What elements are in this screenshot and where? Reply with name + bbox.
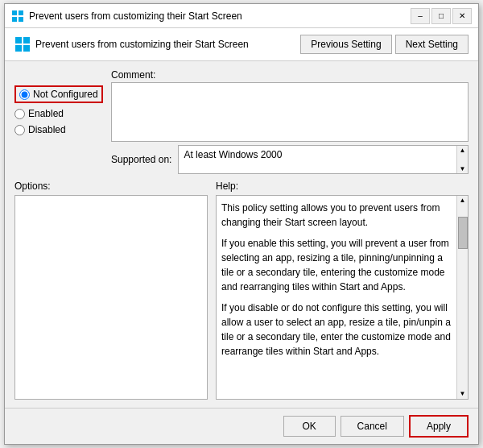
scroll-down-arrow[interactable]: ▼ (459, 164, 467, 173)
title-text: Prevent users from customizing their Sta… (29, 10, 242, 22)
not-configured-radio[interactable] (19, 89, 30, 100)
help-scroll-down[interactable]: ▼ (460, 389, 466, 399)
comment-textarea[interactable] (111, 82, 469, 142)
svg-rect-0 (12, 10, 17, 15)
help-paragraph-1: This policy setting allows you to preven… (221, 201, 452, 230)
help-scrollbar: ▲ ▼ (456, 196, 468, 399)
not-configured-option[interactable]: Not Configured (14, 85, 103, 103)
svg-rect-3 (19, 17, 23, 22)
help-paragraph-3: If you disable or do not configure this … (221, 301, 452, 359)
ok-button[interactable]: OK (283, 416, 336, 437)
top-section: Not Configured Enabled Disabled Comment: (14, 69, 469, 174)
supported-value: At least Windows 2000 (184, 149, 453, 160)
main-window: Prevent users from customizing their Sta… (4, 3, 479, 445)
options-box (14, 195, 208, 400)
comment-section: Comment: (111, 69, 469, 142)
supported-box: At least Windows 2000 ▲ ▼ (178, 145, 469, 174)
not-configured-label: Not Configured (33, 89, 98, 100)
scroll-up-arrow[interactable]: ▲ (459, 146, 467, 155)
svg-rect-1 (19, 10, 23, 15)
close-button[interactable]: ✕ (452, 8, 472, 24)
disabled-label: Disabled (28, 124, 66, 135)
bottom-section: Options: Help: This policy setting allow… (14, 180, 469, 400)
header-buttons: Previous Setting Next Setting (300, 35, 469, 54)
header-left: Prevent users from customizing their Sta… (14, 36, 249, 52)
main-content: Not Configured Enabled Disabled Comment: (5, 61, 478, 408)
supported-on-label: Supported on: (111, 154, 175, 165)
help-panel: Help: This policy setting allows you to … (216, 180, 469, 400)
supported-wrapper: Supported on: At least Windows 2000 ▲ ▼ (111, 145, 469, 174)
help-content: This policy setting allows you to preven… (221, 201, 463, 359)
header-bar: Prevent users from customizing their Sta… (5, 28, 478, 61)
enabled-option[interactable]: Enabled (14, 108, 103, 119)
title-bar-controls: – □ ✕ (411, 8, 472, 24)
svg-rect-2 (12, 17, 17, 22)
disabled-option[interactable]: Disabled (14, 124, 103, 135)
supported-section: Supported on: At least Windows 2000 ▲ ▼ (111, 145, 469, 174)
header-title: Prevent users from customizing their Sta… (35, 39, 249, 50)
help-paragraph-2: If you enable this setting, you will pre… (221, 236, 452, 294)
title-bar-left: Prevent users from customizing their Sta… (11, 10, 242, 23)
previous-setting-button[interactable]: Previous Setting (300, 35, 391, 54)
svg-rect-6 (15, 45, 22, 52)
enabled-label: Enabled (28, 108, 64, 119)
options-panel: Options: (14, 180, 208, 400)
title-bar: Prevent users from customizing their Sta… (5, 4, 478, 28)
window-icon (11, 10, 24, 23)
supported-scrollbar: ▲ ▼ (456, 146, 468, 173)
footer: OK Cancel Apply (5, 408, 478, 444)
svg-rect-4 (15, 37, 22, 44)
help-scroll-thumb (458, 217, 468, 249)
header-icon (14, 36, 31, 52)
help-box: This policy setting allows you to preven… (216, 195, 469, 400)
help-scroll-up[interactable]: ▲ (460, 196, 466, 205)
options-label: Options: (14, 180, 208, 192)
minimize-button[interactable]: – (411, 8, 430, 24)
svg-rect-7 (23, 45, 30, 52)
right-section: Comment: Supported on: At least Windows … (111, 69, 469, 174)
next-setting-button[interactable]: Next Setting (395, 35, 469, 54)
svg-rect-5 (23, 37, 30, 44)
comment-label: Comment: (111, 69, 469, 81)
apply-button[interactable]: Apply (409, 415, 469, 438)
disabled-radio[interactable] (14, 125, 25, 135)
enabled-radio[interactable] (14, 109, 25, 119)
maximize-button[interactable]: □ (431, 8, 451, 24)
cancel-button[interactable]: Cancel (341, 416, 404, 437)
help-label: Help: (216, 180, 469, 192)
radio-group: Not Configured Enabled Disabled (14, 69, 103, 174)
